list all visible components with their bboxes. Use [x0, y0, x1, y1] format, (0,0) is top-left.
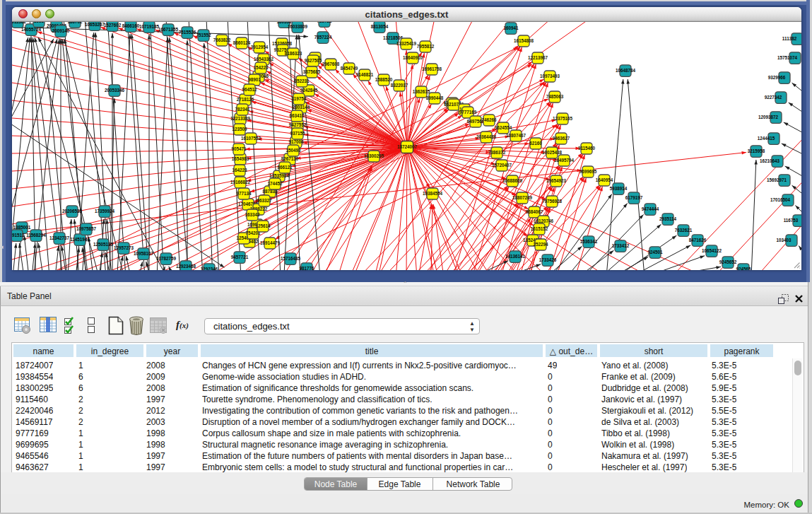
- svg-text:17957273: 17957273: [114, 245, 134, 250]
- svg-text:9427552: 9427552: [289, 122, 307, 127]
- svg-text:2803144: 2803144: [293, 105, 310, 110]
- svg-text:174452: 174452: [267, 181, 283, 186]
- svg-text:7857224: 7857224: [314, 35, 332, 40]
- svg-text:9463627: 9463627: [553, 136, 570, 141]
- svg-text:14136141: 14136141: [505, 254, 526, 259]
- svg-text:79756928: 79756928: [542, 199, 563, 204]
- svg-text:1292346: 1292346: [201, 267, 218, 270]
- svg-text:11568294: 11568294: [26, 233, 46, 238]
- svg-text:9327505: 9327505: [305, 58, 322, 63]
- svg-text:8990448: 8990448: [426, 95, 444, 100]
- svg-text:15751074: 15751074: [777, 55, 798, 60]
- svg-text:9146821: 9146821: [356, 72, 374, 77]
- svg-text:785722: 785722: [317, 22, 332, 23]
- svg-text:10025438: 10025438: [542, 150, 563, 155]
- svg-text:9777169: 9777169: [459, 110, 477, 115]
- svg-text:905471: 905471: [231, 146, 247, 151]
- svg-text:9245652: 9245652: [719, 259, 737, 264]
- svg-text:1011382: 1011382: [12, 22, 27, 24]
- svg-text:163342: 163342: [245, 212, 260, 217]
- svg-text:11451944: 11451944: [70, 237, 90, 242]
- svg-text:17359924: 17359924: [95, 209, 115, 214]
- svg-text:9329966: 9329966: [768, 75, 786, 80]
- svg-text:119754: 119754: [292, 96, 307, 101]
- svg-text:1733426: 1733426: [539, 257, 557, 262]
- svg-text:9474444: 9474444: [642, 206, 659, 211]
- svg-text:18640910: 18640910: [403, 55, 423, 60]
- svg-text:18495794: 18495794: [554, 158, 575, 163]
- svg-text:19654923: 19654923: [546, 178, 567, 183]
- svg-text:116753: 116753: [784, 218, 799, 223]
- svg-text:16961758: 16961758: [422, 66, 442, 71]
- svg-text:8471626: 8471626: [689, 238, 707, 243]
- svg-text:924501: 924501: [647, 250, 663, 255]
- svg-text:20364436: 20364436: [476, 134, 497, 139]
- svg-text:8322037: 8322037: [391, 83, 408, 88]
- svg-text:10653267: 10653267: [85, 22, 105, 27]
- svg-text:16543362: 16543362: [254, 57, 274, 62]
- svg-text:1615152: 1615152: [531, 226, 548, 231]
- svg-text:866121: 866121: [277, 165, 293, 170]
- svg-text:3624554: 3624554: [495, 125, 512, 130]
- svg-text:164223: 164223: [232, 168, 247, 173]
- svg-text:977134: 977134: [236, 191, 252, 196]
- svg-text:16914479: 16914479: [260, 240, 281, 245]
- svg-text:10958107: 10958107: [134, 251, 154, 256]
- svg-text:1527602: 1527602: [104, 23, 122, 28]
- svg-text:16120746: 16120746: [534, 218, 554, 223]
- svg-text:10648784: 10648784: [616, 68, 636, 73]
- svg-text:8660124: 8660124: [233, 40, 251, 45]
- svg-text:18807249: 18807249: [512, 195, 533, 200]
- svg-text:924565: 924565: [736, 267, 751, 270]
- svg-text:13218506: 13218506: [383, 35, 404, 40]
- svg-text:1536341: 1536341: [580, 239, 598, 244]
- svg-text:391513: 391513: [12, 233, 25, 238]
- svg-text:16154808: 16154808: [514, 38, 534, 43]
- svg-text:7485063: 7485063: [546, 94, 564, 99]
- svg-text:1733412: 1733412: [612, 243, 630, 248]
- svg-text:5938914: 5938914: [610, 186, 628, 191]
- svg-text:16107552: 16107552: [241, 136, 261, 141]
- svg-text:782341: 782341: [235, 107, 250, 112]
- svg-text:14055724: 14055724: [21, 27, 42, 32]
- svg-text:16671355: 16671355: [158, 27, 179, 32]
- svg-text:20206535: 20206535: [62, 209, 83, 214]
- svg-text:103403: 103403: [776, 238, 792, 243]
- svg-text:160941: 160941: [503, 25, 519, 30]
- svg-text:10654122: 10654122: [702, 248, 722, 253]
- svg-text:9242845: 9242845: [300, 88, 318, 93]
- svg-text:1640954: 1640954: [596, 177, 613, 182]
- svg-text:2935114: 2935114: [659, 216, 677, 221]
- svg-text:252294: 252294: [533, 242, 548, 247]
- svg-text:937155: 937155: [290, 131, 305, 136]
- svg-text:16033809: 16033809: [288, 24, 308, 29]
- svg-text:3912954: 3912954: [251, 45, 269, 49]
- svg-text:7515526: 7515526: [179, 30, 196, 35]
- svg-text:7386372: 7386372: [488, 150, 506, 155]
- svg-text:981776: 981776: [299, 266, 314, 270]
- svg-text:8267130: 8267130: [281, 156, 299, 161]
- svg-text:10782759: 10782759: [156, 256, 177, 261]
- svg-text:751552: 751552: [196, 33, 211, 37]
- svg-text:16210643: 16210643: [760, 158, 780, 163]
- svg-text:98901: 98901: [248, 77, 261, 82]
- svg-text:12923468: 12923468: [176, 264, 196, 269]
- svg-text:18300295: 18300295: [364, 153, 384, 158]
- svg-text:8186323: 8186323: [285, 51, 302, 56]
- svg-text:13535934: 13535934: [269, 173, 290, 178]
- svg-text:8454749: 8454749: [341, 66, 358, 71]
- svg-text:3215958: 3215958: [748, 148, 765, 153]
- svg-text:12505135: 12505135: [93, 242, 114, 247]
- svg-text:8466160: 8466160: [122, 23, 140, 28]
- svg-text:17016504: 17016504: [770, 197, 791, 202]
- svg-text:62160: 62160: [529, 141, 542, 146]
- svg-text:1362615: 1362615: [413, 89, 430, 94]
- svg-text:13325419: 13325419: [396, 41, 417, 46]
- svg-text:8813054: 8813054: [371, 24, 389, 29]
- svg-text:9684067: 9684067: [526, 209, 543, 214]
- svg-text:10975857: 10975857: [76, 226, 97, 231]
- svg-text:7663822: 7663822: [213, 37, 231, 42]
- svg-text:1588520: 1588520: [375, 77, 393, 82]
- svg-text:186702: 186702: [67, 22, 83, 24]
- svg-text:964512: 964512: [242, 87, 257, 92]
